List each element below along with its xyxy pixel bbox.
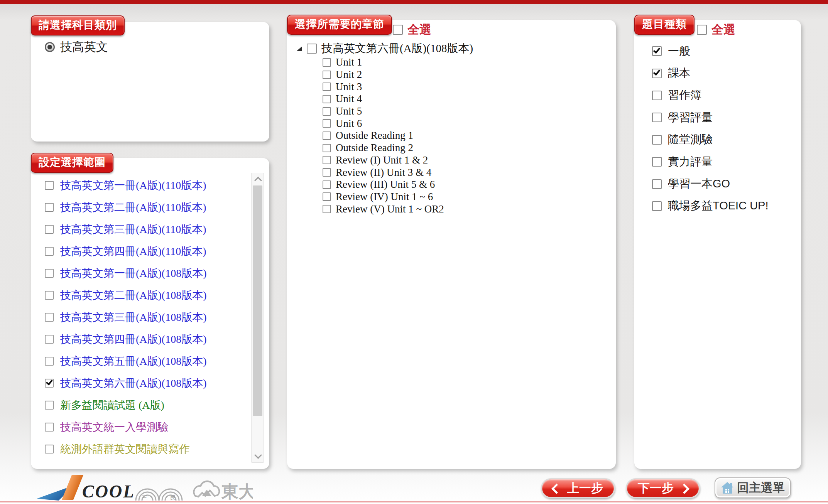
chapter-checkbox[interactable] [323,192,331,201]
range-item-label[interactable]: 統測外語群英文閱讀與寫作 [60,442,190,457]
chapter-tree-item[interactable]: Unit 5 [323,105,444,118]
question-type-item[interactable]: 一般 [652,40,769,62]
range-item-checkbox[interactable] [45,313,54,322]
chapter-tree-item[interactable]: Review (V) Unit 1 ~ OR2 [323,203,444,215]
range-item[interactable]: 技高英文統一入學測驗 [45,416,249,438]
question-type-label[interactable]: 隨堂測驗 [668,132,713,147]
range-item-checkbox[interactable] [45,445,54,453]
range-item-checkbox[interactable] [45,203,54,212]
scroll-up-icon[interactable] [254,177,262,184]
chapter-checkbox[interactable] [323,168,331,177]
chapter-label[interactable]: Review (I) Unit 1 & 2 [336,154,428,166]
range-item-label[interactable]: 技高英文統一入學測驗 [60,420,168,435]
previous-step-button[interactable]: 上一步 [541,478,615,498]
question-type-item[interactable]: 職場多益TOEIC UP! [652,195,769,217]
question-type-item[interactable]: 隨堂測驗 [652,129,769,151]
range-item-checkbox[interactable] [45,357,54,366]
chapter-tree-item[interactable]: Unit 4 [323,93,444,105]
chapters-select-all[interactable]: 全選 [393,22,431,38]
chapter-tree-item[interactable]: Review (III) Unit 5 & 6 [323,179,444,191]
question-type-label[interactable]: 習作簿 [668,88,701,103]
range-item-label[interactable]: 技高英文第一冊(A版)(110版本) [60,178,206,193]
chapter-tree-item[interactable]: Review (I) Unit 1 & 2 [323,154,444,167]
chapter-label[interactable]: Review (IV) Unit 1 ~ 6 [336,191,433,203]
scrollbar-thumb[interactable] [253,185,262,416]
types-select-all[interactable]: 全選 [697,22,735,38]
question-type-label[interactable]: 學習一本GO [668,176,730,192]
range-item[interactable]: 統測外語群英文閱讀與寫作 [45,438,249,460]
back-to-main-menu-button[interactable]: 回主選單 [715,477,791,498]
range-item-label[interactable]: 技高英文第二冊(A版)(108版本) [60,288,207,303]
subject-option[interactable]: 技高英文 [45,39,108,56]
chapter-tree-item[interactable]: Review (IV) Unit 1 ~ 6 [323,191,444,203]
range-item-checkbox[interactable] [45,423,54,432]
chapter-label[interactable]: Unit 6 [336,118,362,130]
chapter-checkbox[interactable] [323,205,331,213]
range-item-checkbox[interactable] [45,379,54,388]
range-item[interactable]: 新多益閱讀試題 (A版) [45,394,249,416]
tree-root-checkbox[interactable] [307,44,317,54]
scroll-down-icon[interactable] [254,451,262,459]
chapter-checkbox[interactable] [323,71,331,79]
question-type-checkbox[interactable] [652,69,662,78]
range-item-label[interactable]: 技高英文第六冊(A版)(108版本) [60,376,207,391]
question-type-checkbox[interactable] [652,91,662,100]
chapter-label[interactable]: Review (III) Unit 5 & 6 [336,179,435,190]
range-item[interactable]: 技高英文第五冊(A版)(108版本) [45,350,249,372]
range-item[interactable]: 技高英文第一冊(A版)(110版本) [45,174,249,196]
chapter-label[interactable]: Unit 4 [336,93,362,105]
range-item[interactable]: 技高英文第三冊(A版)(108版本) [45,306,249,328]
question-type-label[interactable]: 一般 [668,44,690,59]
chapter-label[interactable]: Unit 1 [336,56,362,68]
chapter-tree-root[interactable]: 技高英文第六冊(A版)(108版本) [296,41,473,56]
tree-expand-icon[interactable] [296,46,302,51]
range-list-scrollbar[interactable] [251,173,264,463]
question-type-checkbox[interactable] [652,113,662,122]
chapter-checkbox[interactable] [323,107,331,116]
chapter-label[interactable]: Outside Reading 1 [336,130,413,142]
chapter-tree-item[interactable]: Outside Reading 1 [323,130,444,142]
range-item-label[interactable]: 新多益閱讀試題 (A版) [60,398,164,413]
chapters-select-all-checkbox[interactable] [393,25,403,35]
chapter-tree-item[interactable]: Unit 1 [323,56,444,69]
range-item-label[interactable]: 技高英文第二冊(A版)(110版本) [60,200,206,215]
range-item[interactable]: 技高英文第三冊(A版)(110版本) [45,218,249,240]
range-item-checkbox[interactable] [45,247,54,256]
range-item-label[interactable]: 技高英文第五冊(A版)(108版本) [60,354,207,369]
chapter-label[interactable]: Unit 2 [336,69,362,81]
chapter-checkbox[interactable] [323,144,331,152]
subject-radio[interactable] [45,42,55,52]
question-type-checkbox[interactable] [652,157,662,167]
range-item-label[interactable]: 技高英文第四冊(A版)(110版本) [60,244,206,259]
range-item-label[interactable]: 技高英文第一冊(A版)(108版本) [60,266,207,281]
next-step-button[interactable]: 下一步 [626,478,700,498]
range-item-label[interactable]: 技高英文第四冊(A版)(108版本) [60,332,207,347]
range-item[interactable]: 技高英文第六冊(A版)(108版本) [45,372,249,394]
question-type-item[interactable]: 習作簿 [652,84,769,106]
chapter-label[interactable]: Unit 5 [336,105,362,117]
range-item-checkbox[interactable] [45,401,54,410]
question-type-checkbox[interactable] [652,179,662,189]
question-type-checkbox[interactable] [652,135,662,145]
chapter-checkbox[interactable] [323,119,331,128]
chapter-label[interactable]: Outside Reading 2 [336,142,413,154]
question-type-item[interactable]: 學習一本GO [652,173,769,195]
subject-option-label[interactable]: 技高英文 [60,39,108,55]
range-item-label[interactable]: 技高英文第三冊(A版)(108版本) [60,310,207,325]
question-type-checkbox[interactable] [652,46,662,56]
chapter-checkbox[interactable] [323,131,331,140]
question-type-label[interactable]: 課本 [668,66,690,81]
chapter-checkbox[interactable] [323,180,331,189]
chapter-tree-item[interactable]: Unit 2 [323,69,444,81]
range-item-label[interactable]: 技高英文第三冊(A版)(110版本) [60,222,206,237]
range-item[interactable]: 技高英文第二冊(A版)(110版本) [45,196,249,218]
question-type-label[interactable]: 學習評量 [668,110,713,125]
question-type-label[interactable]: 實力評量 [668,154,713,170]
types-select-all-label[interactable]: 全選 [711,22,735,38]
range-item[interactable]: 技高英文第四冊(A版)(110版本) [45,240,249,262]
chapter-checkbox[interactable] [323,58,331,67]
chapter-tree-item[interactable]: Unit 6 [323,117,444,130]
tree-root-label[interactable]: 技高英文第六冊(A版)(108版本) [321,41,473,56]
range-item-checkbox[interactable] [45,225,54,234]
question-type-item[interactable]: 課本 [652,62,769,84]
